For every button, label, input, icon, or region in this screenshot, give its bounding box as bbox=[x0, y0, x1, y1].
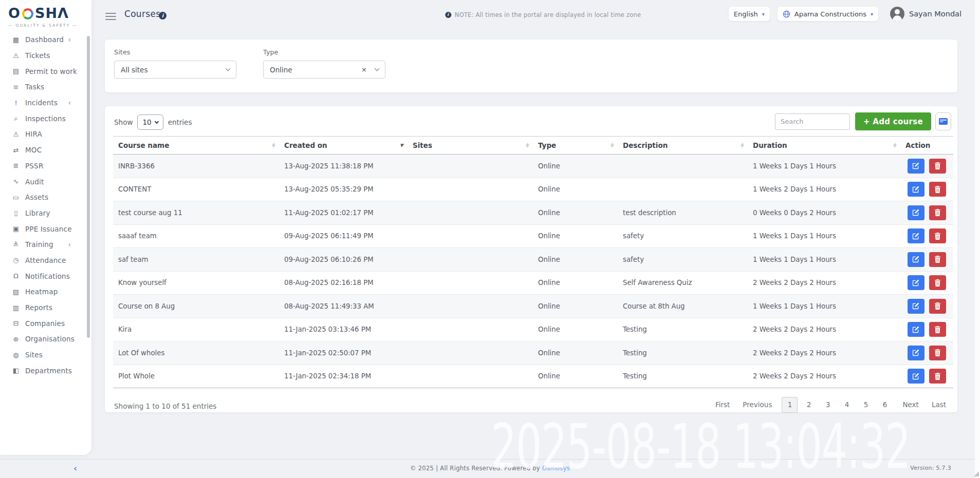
sidebar-item-attendance[interactable]: ◷ Attendance ‹ bbox=[0, 253, 91, 269]
delete-button[interactable] bbox=[929, 252, 946, 267]
column-header-course-name[interactable]: Course name▲▼ bbox=[113, 137, 279, 155]
column-header-sites[interactable]: Sites▲▼ bbox=[408, 137, 533, 155]
pagination-page-5[interactable]: 5 bbox=[858, 397, 874, 413]
sidebar-item-label: HIRA bbox=[25, 130, 42, 138]
pagination-last[interactable]: Last bbox=[929, 396, 949, 413]
user-menu[interactable]: Sayan Mondal bbox=[890, 7, 961, 21]
cell-course-name: saf team bbox=[113, 248, 279, 272]
delete-button[interactable] bbox=[929, 346, 946, 360]
sidebar-item-incidents[interactable]: ! Incidents ‹ bbox=[0, 95, 91, 111]
edit-button[interactable] bbox=[908, 252, 924, 267]
sidebar-item-sites[interactable]: ◍ Sites ‹ bbox=[0, 347, 91, 363]
edit-button[interactable] bbox=[908, 205, 924, 220]
sites-filter-select[interactable]: All sites bbox=[114, 61, 236, 79]
company-value: Aparna Constructions bbox=[794, 10, 866, 18]
page-scrollbar[interactable] bbox=[975, 0, 980, 478]
column-header-created-on[interactable]: Created on▼ bbox=[279, 137, 408, 155]
sidebar-item-assets[interactable]: ▭ Assets ‹ bbox=[0, 189, 91, 205]
permit-to-work-icon: ▤ bbox=[11, 67, 21, 75]
tasks-icon: ≡ bbox=[11, 83, 21, 91]
sidebar-item-hira[interactable]: ⚠ HIRA ‹ bbox=[0, 126, 91, 142]
pagination-next[interactable]: Next bbox=[899, 396, 921, 413]
sidebar-item-notifications[interactable]: Ω Notifications ‹ bbox=[0, 268, 91, 284]
table-row: Know yourself 08-Aug-2025 02:16:18 PM On… bbox=[113, 271, 953, 295]
moc-icon: ⇄ bbox=[11, 146, 21, 154]
dashboard-icon: ▦ bbox=[11, 36, 21, 44]
sidebar-item-audit[interactable]: ∿ Audit ‹ bbox=[0, 174, 91, 189]
edit-button[interactable] bbox=[908, 228, 924, 243]
delete-button[interactable] bbox=[929, 369, 946, 384]
pagination-first[interactable]: First bbox=[712, 396, 733, 413]
edit-button[interactable] bbox=[908, 182, 924, 197]
table-row: Lot Of wholes 11-Jan-2025 02:50:07 PM On… bbox=[113, 341, 953, 365]
pagination-page-6[interactable]: 6 bbox=[877, 397, 893, 413]
sidebar-item-departments[interactable]: ◧ Departments ‹ bbox=[0, 362, 91, 378]
cell-action bbox=[900, 178, 953, 201]
pagination-previous[interactable]: Previous bbox=[739, 396, 775, 413]
column-visibility-button[interactable] bbox=[935, 112, 951, 130]
delete-button[interactable] bbox=[929, 182, 946, 197]
column-header-type[interactable]: Type▲▼ bbox=[533, 137, 618, 155]
cell-sites bbox=[408, 318, 533, 341]
pagination-page-4[interactable]: 4 bbox=[839, 397, 855, 413]
sidebar-item-pssr[interactable]: ≣ PSSR ‹ bbox=[0, 158, 91, 174]
delete-button[interactable] bbox=[929, 275, 946, 290]
edit-button[interactable] bbox=[908, 369, 924, 384]
company-selector[interactable]: Aparna Constructions ▾ bbox=[778, 7, 878, 21]
edit-pencil-icon bbox=[912, 233, 919, 240]
cell-type: Online bbox=[533, 178, 618, 201]
sidebar-item-ppe-issuance[interactable]: ▣ PPE Issuance ‹ bbox=[0, 221, 91, 237]
sidebar-item-heatmap[interactable]: ▧ Heatmap ‹ bbox=[0, 284, 91, 300]
sidebar-item-moc[interactable]: ⇄ MOC ‹ bbox=[0, 142, 91, 158]
sidebar-item-label: Incidents bbox=[25, 99, 58, 107]
search-input[interactable] bbox=[775, 113, 850, 130]
edit-button[interactable] bbox=[908, 159, 924, 174]
cell-course-name: Course on 8 Aug bbox=[113, 295, 279, 318]
library-icon: ▯ bbox=[11, 209, 21, 217]
column-header-duration[interactable]: Duration▲▼ bbox=[748, 137, 900, 155]
osmosys-link[interactable]: Osmosys bbox=[542, 465, 570, 472]
pagination-page-1[interactable]: 1 bbox=[782, 397, 798, 413]
trash-icon bbox=[934, 256, 941, 263]
language-selector[interactable]: English ▾ bbox=[729, 7, 770, 21]
sidebar-item-tickets[interactable]: ⚠ Tickets ‹ bbox=[0, 48, 91, 64]
sidebar-item-training[interactable]: ≜ Training ‹ bbox=[0, 237, 91, 253]
cell-type: Online bbox=[533, 271, 618, 295]
pagination-page-3[interactable]: 3 bbox=[820, 397, 836, 413]
cell-type: Online bbox=[533, 341, 618, 365]
sort-icon: ▲▼ bbox=[272, 143, 275, 148]
app-logo: O SHΛ — QUALITY & SAFETY — bbox=[0, 0, 91, 28]
delete-button[interactable] bbox=[929, 228, 946, 243]
cell-description: Course at 8th Aug bbox=[618, 295, 748, 318]
table-row: Kira 11-Jan-2025 03:13:46 PM Online Test… bbox=[113, 318, 953, 341]
clear-filter-icon[interactable]: × bbox=[361, 66, 367, 73]
caret-down-icon: ▾ bbox=[871, 11, 873, 17]
sidebar-item-permit-to-work[interactable]: ▤ Permit to work ‹ bbox=[0, 63, 91, 79]
cell-duration: 2 Weeks 2 Days 2 Hours bbox=[748, 318, 900, 341]
sidebar-item-tasks[interactable]: ≡ Tasks ‹ bbox=[0, 79, 91, 95]
sidebar-item-reports[interactable]: ▥ Reports ‹ bbox=[0, 300, 91, 316]
delete-button[interactable] bbox=[929, 159, 946, 174]
edit-pencil-icon bbox=[912, 209, 919, 216]
edit-button[interactable] bbox=[908, 322, 924, 337]
sidebar-item-library[interactable]: ▯ Library ‹ bbox=[0, 205, 91, 221]
edit-button[interactable] bbox=[908, 299, 924, 314]
info-icon[interactable]: i bbox=[159, 12, 167, 20]
page-size-select[interactable]: 10 bbox=[137, 114, 163, 130]
cell-created-on: 09-Aug-2025 06:10:26 PM bbox=[279, 248, 408, 272]
sidebar-scrollbar[interactable] bbox=[87, 36, 90, 338]
sidebar-item-inspections[interactable]: ⌕ Inspections ‹ bbox=[0, 110, 91, 126]
delete-button[interactable] bbox=[929, 322, 946, 337]
delete-button[interactable] bbox=[929, 205, 946, 220]
sidebar-item-organisations[interactable]: ⊕ Organisations ‹ bbox=[0, 331, 91, 347]
add-course-button[interactable]: + Add course bbox=[855, 112, 931, 130]
edit-button[interactable] bbox=[908, 346, 924, 360]
type-filter-select[interactable]: Online × bbox=[263, 61, 385, 79]
column-header-description[interactable]: Description▲▼ bbox=[618, 137, 748, 155]
pagination-page-2[interactable]: 2 bbox=[801, 397, 817, 413]
hamburger-menu-icon[interactable] bbox=[105, 11, 116, 22]
sidebar-item-companies[interactable]: ⊟ Companies ‹ bbox=[0, 315, 91, 331]
edit-button[interactable] bbox=[908, 275, 924, 290]
sidebar-item-dashboard[interactable]: ▦ Dashboard ‹ bbox=[0, 32, 91, 48]
delete-button[interactable] bbox=[929, 299, 946, 314]
